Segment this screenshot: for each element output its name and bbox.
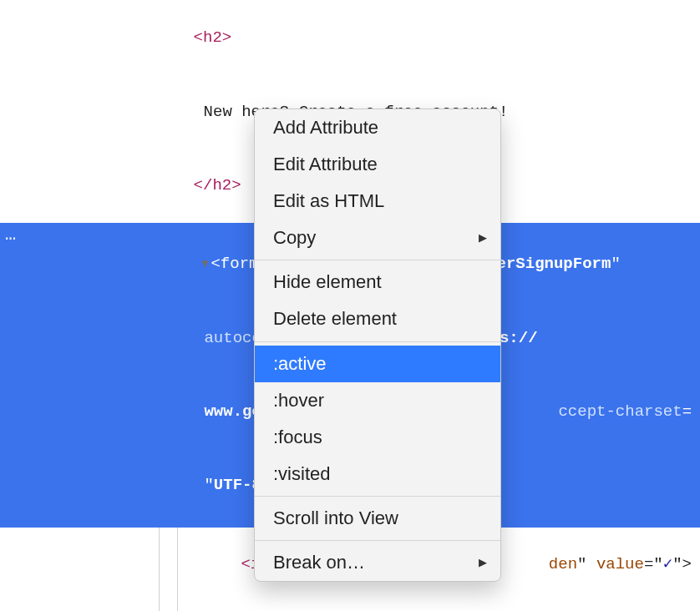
ctx-force-active[interactable]: :active xyxy=(255,346,500,382)
ctx-edit-as-html[interactable]: Edit as HTML xyxy=(255,183,500,220)
ctx-break-on[interactable]: Break on… xyxy=(255,544,500,581)
ctx-edit-attribute[interactable]: Edit Attribute xyxy=(255,146,500,183)
menu-separator xyxy=(255,496,500,497)
context-menu: Add Attribute Edit Attribute Edit as HTM… xyxy=(254,109,501,582)
menu-separator xyxy=(255,260,500,260)
dom-line-h2-open[interactable]: <h2> xyxy=(0,2,700,75)
ctx-copy[interactable]: Copy xyxy=(255,220,500,256)
dom-line-input-token-1[interactable]: <inpututhenticity_token" xyxy=(0,602,700,612)
ctx-scroll-into-view[interactable]: Scroll into View xyxy=(255,500,500,537)
expand-caret-icon[interactable] xyxy=(199,255,211,274)
menu-separator xyxy=(255,341,500,342)
ctx-force-hover[interactable]: :hover xyxy=(255,382,500,419)
ctx-add-attribute[interactable]: Add Attribute xyxy=(255,109,500,146)
ctx-force-focus[interactable]: :focus xyxy=(255,419,500,456)
ctx-delete-element[interactable]: Delete element xyxy=(255,300,500,337)
ctx-force-visited[interactable]: :visited xyxy=(255,456,500,492)
menu-separator xyxy=(255,540,500,541)
ctx-hide-element[interactable]: Hide element xyxy=(255,264,500,300)
